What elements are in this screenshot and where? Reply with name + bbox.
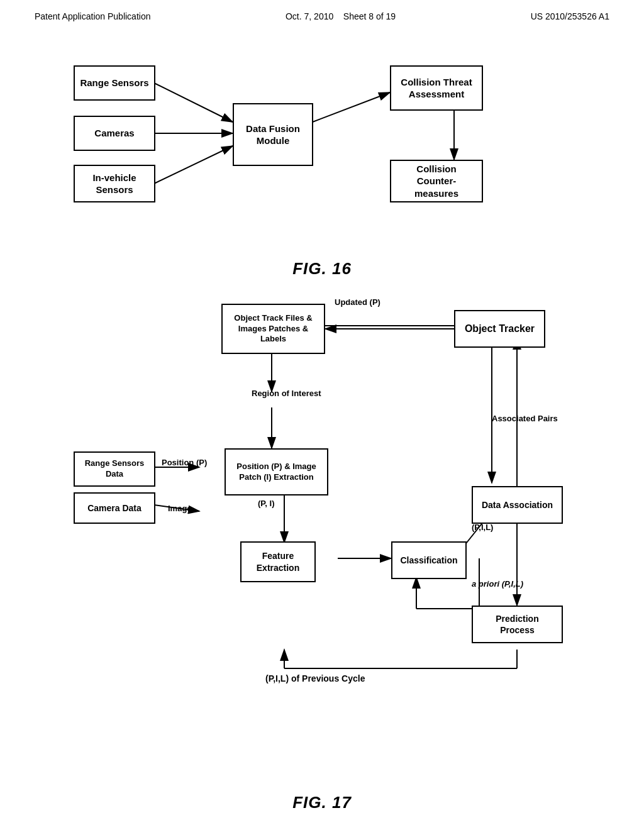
header-center: Oct. 7, 2010 Sheet 8 of 19 [286,11,396,21]
a-priori-label: a priori (P,I,L) [472,579,523,589]
fig17-diagram: Object Track Files & Images Patches & La… [39,297,605,788]
range-sensors-data-box: Range Sensors Data [74,451,155,487]
range-sensors-box: Range Sensors [74,65,155,101]
data-fusion-box: Data Fusion Module [233,103,313,166]
object-track-files-box: Object Track Files & Images Patches & La… [221,304,325,354]
collision-counter-box: Collision Counter-measures [390,160,483,202]
previous-cycle-label: (P,I,L) of Previous Cycle [265,673,365,683]
data-association-box: Data Association [472,486,563,524]
associated-pairs-label: Associated Pairs [492,414,558,423]
header-left: Patent Application Publication [35,11,150,21]
svg-line-1 [154,83,233,122]
fig16-label: FIG. 16 [0,259,644,279]
collision-threat-box: Collision Threat Assessment [390,65,483,111]
cameras-box: Cameras [74,116,155,151]
region-of-interest-label: Region of Interest [252,389,321,398]
prediction-process-box: Prediction Process [472,606,563,643]
object-tracker-box: Object Tracker [454,310,545,348]
fig17-label: FIG. 17 [0,793,644,812]
camera-data-box: Camera Data [74,492,155,524]
classification-box: Classification [391,541,467,579]
svg-line-3 [154,146,233,184]
position-p-label: Position (P) [162,458,207,467]
header-right: US 2010/253526 A1 [531,11,609,21]
page-header: Patent Application Publication Oct. 7, 2… [0,0,644,21]
feature-extraction-box: Feature Extraction [240,541,316,582]
fig16-diagram: Range Sensors Cameras In-vehicle Sensors… [39,40,605,254]
svg-line-4 [313,92,390,122]
image-label: Image [168,504,192,513]
position-extraction-box: Position (P) & Image Patch (I) Extractio… [225,448,328,495]
in-vehicle-box: In-vehicle Sensors [74,165,155,202]
pi-label: (P, I) [258,499,275,508]
updated-p-label: Updated (P) [335,297,380,307]
pil-label: (P,I,L) [472,523,493,532]
fig17-arrows [39,297,605,788]
